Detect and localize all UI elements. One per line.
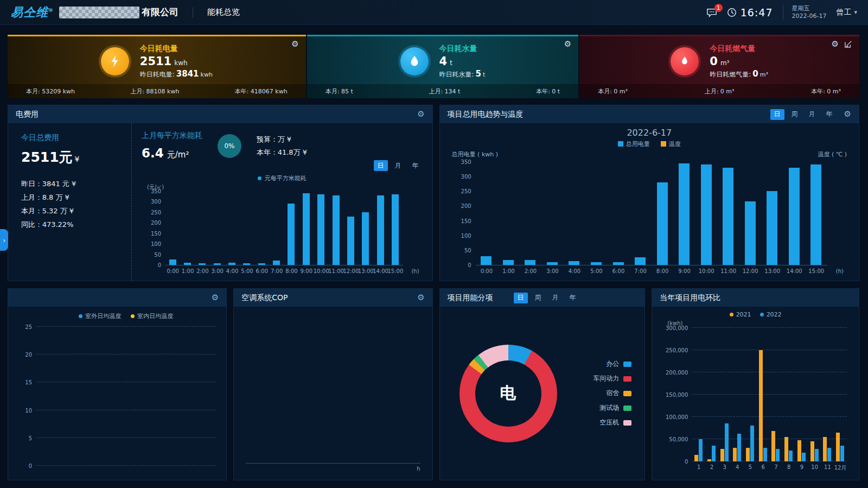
kpi-lastmonth-stat: 上月: 88108 kwh (130, 87, 179, 96)
y-axis-label-right: 温度 ( ℃ ) (818, 150, 847, 159)
kpi-title: 今日耗燃气量 (710, 44, 768, 54)
chevron-right-icon: › (3, 236, 5, 244)
kpi-value: 4t (439, 55, 486, 68)
breakdown-legend-item[interactable]: 空压机 (593, 418, 631, 427)
breakdown-legend-item[interactable]: 办公 (593, 359, 631, 369)
kpi-card-gas: ⚙ 今日耗燃气量 0m³ 昨日耗燃气量:0m³ 本月: 0 m³ 上月: 0 m… (579, 35, 859, 98)
year-total-line: 本年 : 41.8万 ¥ (257, 146, 307, 159)
tab-day[interactable]: 日 (374, 160, 388, 171)
breakdown-legend-item[interactable]: 测试场 (593, 403, 631, 413)
panel-power-trend: 项目总用电趋势与温度 日 周 月 年 ⚙ 2022-6-17 总用电量 温度 总… (439, 105, 859, 281)
kpi-card-row: ⚙ 今日耗电量 2511kwh 昨日耗电量:3841kwh 本月: 53209 … (8, 35, 859, 98)
today-cost-label: 今日总费用 (21, 133, 131, 143)
gear-icon[interactable]: ⚙ (212, 294, 219, 302)
sqm-energy-block: 上月每平方米能耗 6.4元/m² (142, 131, 202, 160)
panel-title: 项目用能分项 (448, 293, 493, 303)
x-axis-unit: h (417, 466, 420, 472)
tab-day[interactable]: 日 (514, 293, 528, 303)
panel-monthly-compare: 当年项目用电环比 20212022 (kwh) 050,000100,00015… (652, 288, 859, 480)
energy-breakdown-donut[interactable]: 电 (459, 345, 557, 442)
panel-daily-temperature: ⚙ 室外日均温度室内日均温度 0510152025 (8, 288, 227, 480)
message-button[interactable]: 1 (706, 8, 717, 17)
lightning-icon (101, 47, 129, 75)
panel-electricity-cost: 电费用 ⚙ 今日总费用 2511元¥ 昨日 : 3841 元 ¥ 上月 : 8.… (8, 105, 433, 281)
kpi-month-stat: 本月: 0 m³ (598, 87, 628, 96)
panel-energy-breakdown: 项目用能分项 日 周 月 年 电 办公车间动力宿舍测试场空压机 (439, 288, 646, 480)
weekday-label: 星期五 (792, 5, 810, 12)
tab-day[interactable]: 日 (770, 109, 784, 120)
company-name-redacted (59, 7, 139, 18)
company-name-suffix: 有限公司 (142, 6, 178, 18)
sqm-value: 6.4元/m² (142, 146, 202, 160)
cost-stat-month: 本月 : 5.32 万 ¥ (21, 204, 131, 218)
cost-chart-legend: 元每平方米能耗 (142, 174, 423, 182)
cost-stat-yesterday: 昨日 : 3841 元 ¥ (21, 177, 131, 191)
kpi-lastmonth-stat: 上月: 134 t (429, 87, 460, 96)
panel-title: 项目总用电趋势与温度 (448, 110, 524, 119)
today-cost-value: 2511元¥ (21, 148, 131, 166)
app-logo: 易仝维® (11, 4, 54, 21)
kpi-lastmonth-stat: 上月: 0 m³ (705, 87, 735, 96)
kpi-card-water: ⚙ 今日耗水量 4t 昨日耗水量:5t 本月: 85 t 上月: 134 t 本… (307, 35, 578, 98)
top-navbar: 易仝维® 有限公司 能耗总览 1 16:47 星期五 2022-06-17 曾工… (0, 0, 868, 25)
x-axis-unit: (h) (411, 268, 419, 274)
legend-item[interactable]: 2021 (730, 311, 751, 318)
breakdown-legend-item[interactable]: 宿舍 (593, 389, 631, 398)
legend-item[interactable]: 2022 (760, 311, 782, 318)
breakdown-legend-item[interactable]: 车间动力 (593, 374, 631, 383)
legend-item[interactable]: 室内日均温度 (131, 312, 173, 320)
tab-year[interactable]: 年 (822, 109, 837, 120)
kpi-title: 今日耗水量 (439, 44, 486, 54)
gear-icon[interactable]: ⚙ (564, 40, 571, 48)
user-menu[interactable]: 曾工 ▾ (836, 8, 857, 17)
legend-temp[interactable]: 温度 (661, 140, 681, 148)
gear-icon[interactable]: ⚙ (291, 40, 298, 48)
tab-year[interactable]: 年 (566, 293, 580, 303)
temperature-chart: 0510152025 (36, 327, 215, 466)
gear-icon[interactable]: ⚙ (417, 110, 424, 118)
gear-icon[interactable]: ⚙ (844, 110, 851, 118)
kpi-title: 今日耗电量 (140, 44, 213, 54)
current-time: 16:47 (741, 7, 773, 18)
tab-month[interactable]: 月 (391, 160, 405, 171)
trend-period-tabs: 日 周 月 年 (770, 109, 837, 120)
gear-icon[interactable]: ⚙ (832, 40, 839, 48)
power-trend-bar-chart: 050100150200250300350 (h)0:001:002:003:0… (476, 162, 827, 276)
y-axis-label-left: 总用电量 ( kwh ) (452, 150, 498, 159)
cop-chart: h (246, 312, 420, 464)
kpi-month-stat: 本月: 53209 kwh (26, 87, 75, 96)
tab-month[interactable]: 月 (805, 109, 819, 120)
tab-year[interactable]: 年 (409, 160, 423, 171)
cost-summary: 今日总费用 2511元¥ 昨日 : 3841 元 ¥ 上月 : 8.8 万 ¥ … (8, 123, 132, 281)
kpi-value: 0m³ (710, 55, 768, 68)
clock-icon (727, 8, 737, 17)
kpi-yesterday: 昨日耗电量:3841kwh (140, 69, 213, 79)
tab-month[interactable]: 月 (548, 293, 563, 303)
tab-week[interactable]: 周 (531, 293, 545, 303)
trend-legend: 总用电量 温度 (452, 140, 847, 148)
panel-title: 电费用 (16, 110, 39, 119)
kpi-footer: 本月: 85 t 上月: 134 t 本年: 0 t (307, 84, 578, 98)
legend-power[interactable]: 总用电量 (618, 140, 650, 148)
cost-sqm-bar-chart: (元/㎡) 050100150200250300350 (h)0:001:002… (165, 191, 403, 276)
legend-item[interactable]: 室外日均温度 (79, 312, 121, 320)
monthly-legend: 20212022 (661, 311, 850, 318)
monthly-compare-bar-chart: (kwh) 050,000100,000150,000200,000250,00… (692, 328, 847, 472)
kpi-year-stat: 本年: 418067 kwh (235, 87, 288, 96)
water-drop-icon (400, 47, 429, 75)
tab-week[interactable]: 周 (788, 109, 802, 120)
gear-icon[interactable]: ⚙ (417, 294, 424, 302)
breakdown-period-tabs: 日 周 月 年 (514, 293, 580, 303)
sidebar-expand-handle[interactable]: › (0, 229, 8, 251)
legend-swatch (661, 141, 666, 147)
sqm-label: 上月每平方米能耗 (142, 131, 202, 141)
nav-item-energy-overview[interactable]: 能耗总览 (207, 7, 240, 17)
temperature-legend: 室外日均温度室内日均温度 (36, 312, 215, 320)
edit-icon[interactable] (844, 40, 852, 48)
panel-title: 空调系统COP (241, 293, 288, 303)
kpi-footer: 本月: 0 m³ 上月: 0 m³ 本年: 0 m³ (579, 84, 859, 98)
kpi-yesterday: 昨日耗燃气量:0m³ (710, 69, 768, 79)
budget-line: 预算 : 万 ¥ (257, 133, 307, 146)
panel-title: 当年项目用电环比 (660, 293, 720, 303)
notification-badge: 1 (714, 4, 723, 12)
